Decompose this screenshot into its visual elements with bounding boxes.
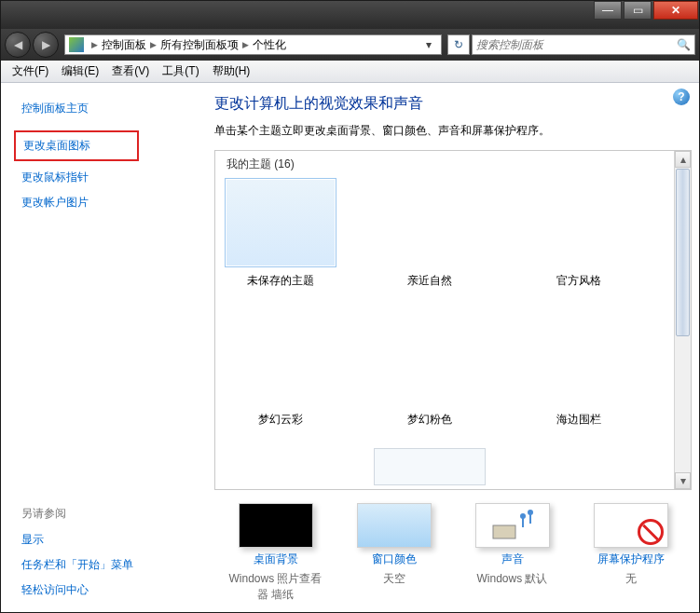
theme-partial-2[interactable] xyxy=(374,448,486,485)
setting-sound[interactable]: 声音 Windows 默认 xyxy=(461,503,564,603)
page-title: 更改计算机上的视觉效果和声音 xyxy=(214,94,692,114)
help-icon[interactable]: ? xyxy=(673,89,690,105)
link-display[interactable]: 显示 xyxy=(21,527,192,552)
my-themes-label: 我的主题 (16) xyxy=(225,155,665,178)
setting-value: 无 xyxy=(625,571,637,587)
chevron-right-icon: ▶ xyxy=(91,40,98,49)
theme-name: 未保存的主题 xyxy=(247,273,314,289)
sound-icon xyxy=(489,509,536,542)
theme-partial-3[interactable] xyxy=(523,448,635,485)
setting-value: Windows 照片查看器 墙纸 xyxy=(225,571,327,603)
menu-file[interactable]: 文件(F) xyxy=(7,61,54,81)
bg-thumb xyxy=(239,503,313,548)
setting-title: 窗口颜色 xyxy=(372,552,417,567)
breadcrumb-all-items[interactable]: 所有控制面板项 xyxy=(160,37,239,53)
setting-title: 屏幕保护程序 xyxy=(597,552,665,567)
theme-name: 海边围栏 xyxy=(556,412,601,428)
scroll-track[interactable] xyxy=(675,337,691,472)
body: 控制面板主页 更改桌面图标 更改鼠标指针 更改帐户图片 另请参阅 显示 任务栏和… xyxy=(1,83,699,612)
theme-pink[interactable]: 梦幻粉色 xyxy=(374,317,486,428)
breadcrumb-control-panel[interactable]: 控制面板 xyxy=(102,37,146,53)
refresh-button[interactable]: ↻ xyxy=(447,34,470,55)
chevron-right-icon: ▶ xyxy=(150,40,157,49)
search-box[interactable]: 🔍 xyxy=(472,34,695,55)
setting-screen-saver[interactable]: 屏幕保护程序 无 xyxy=(580,503,682,603)
chevron-right-icon: ▶ xyxy=(242,40,249,49)
setting-title: 桌面背景 xyxy=(254,552,298,567)
navbar: ◀ ▶ ▶ 控制面板 ▶ 所有控制面板项 ▶ 个性化 ▾ ↻ 🔍 xyxy=(1,29,699,61)
setting-value: Windows 默认 xyxy=(476,571,547,587)
close-button[interactable]: ✕ xyxy=(653,1,698,20)
menu-tools[interactable]: 工具(T) xyxy=(157,61,204,81)
page-subtitle: 单击某个主题立即更改桌面背景、窗口颜色、声音和屏幕保护程序。 xyxy=(214,123,692,139)
theme-partial-1[interactable] xyxy=(225,448,336,485)
setting-title: 声音 xyxy=(501,552,524,567)
maximize-button[interactable]: ▭ xyxy=(624,1,652,20)
theme-name: 梦幻云彩 xyxy=(258,412,303,428)
menu-view[interactable]: 查看(V) xyxy=(106,61,155,81)
setting-value: 天空 xyxy=(383,571,405,587)
theme-nature[interactable]: 亲近自然 xyxy=(374,178,486,289)
setting-desktop-background[interactable]: 桌面背景 Windows 照片查看器 墙纸 xyxy=(225,503,327,603)
link-ease-of-access[interactable]: 轻松访问中心 xyxy=(21,578,192,603)
no-icon xyxy=(638,519,664,545)
theme-name: 亲近自然 xyxy=(407,273,452,289)
menubar: 文件(F) 编辑(E) 查看(V) 工具(T) 帮助(H) xyxy=(1,61,699,83)
scroll-up-button[interactable]: ▴ xyxy=(675,151,691,168)
themes-panel: 我的主题 (16) 未保存的主题 亲近自然 官方风格 xyxy=(214,150,692,490)
theme-fence[interactable]: 海边围栏 xyxy=(523,317,635,428)
theme-clouds[interactable]: 梦幻云彩 xyxy=(225,317,336,428)
color-thumb xyxy=(357,503,432,548)
scroll-thumb[interactable] xyxy=(676,169,690,336)
themes-list: 我的主题 (16) 未保存的主题 亲近自然 官方风格 xyxy=(215,151,674,489)
main: ? 更改计算机上的视觉效果和声音 单击某个主题立即更改桌面背景、窗口颜色、声音和… xyxy=(201,83,699,612)
theme-name: 官方风格 xyxy=(556,273,601,289)
sidebar: 控制面板主页 更改桌面图标 更改鼠标指针 更改帐户图片 另请参阅 显示 任务栏和… xyxy=(1,83,201,612)
search-input[interactable] xyxy=(476,38,677,51)
link-change-account-picture[interactable]: 更改帐户图片 xyxy=(21,190,192,215)
back-button[interactable]: ◀ xyxy=(5,32,31,58)
menu-edit[interactable]: 编辑(E) xyxy=(56,61,104,81)
forward-button[interactable]: ▶ xyxy=(33,32,59,58)
theme-thumb xyxy=(374,448,486,485)
window: — ▭ ✕ ◀ ▶ ▶ 控制面板 ▶ 所有控制面板项 ▶ 个性化 ▾ ↻ 🔍 文… xyxy=(0,0,700,613)
theme-unsaved[interactable]: 未保存的主题 xyxy=(225,178,336,289)
scrollbar[interactable]: ▴ ▾ xyxy=(674,151,691,489)
link-control-panel-home[interactable]: 控制面板主页 xyxy=(21,96,192,121)
minimize-button[interactable]: — xyxy=(594,1,622,20)
sound-thumb xyxy=(475,503,550,548)
titlebar: — ▭ ✕ xyxy=(1,1,699,29)
address-dropdown-icon[interactable]: ▾ xyxy=(420,38,437,51)
setting-window-color[interactable]: 窗口颜色 天空 xyxy=(343,503,446,603)
address-bar[interactable]: ▶ 控制面板 ▶ 所有控制面板项 ▶ 个性化 ▾ xyxy=(64,34,442,55)
theme-name: 梦幻粉色 xyxy=(407,412,452,428)
control-panel-icon xyxy=(69,37,84,52)
link-taskbar-start[interactable]: 任务栏和「开始」菜单 xyxy=(21,552,192,578)
see-also-heading: 另请参阅 xyxy=(21,500,192,527)
link-change-mouse-pointers[interactable]: 更改鼠标指针 xyxy=(21,165,192,190)
theme-official[interactable]: 官方风格 xyxy=(523,178,635,289)
link-change-desktop-icons[interactable]: 更改桌面图标 xyxy=(16,132,137,159)
scroll-down-button[interactable]: ▾ xyxy=(675,472,691,489)
svg-rect-0 xyxy=(493,525,515,538)
search-icon[interactable]: 🔍 xyxy=(677,38,691,51)
ssr-thumb xyxy=(594,503,668,548)
menu-help[interactable]: 帮助(H) xyxy=(207,61,256,81)
breadcrumb-personalization[interactable]: 个性化 xyxy=(253,37,286,53)
theme-thumb xyxy=(225,178,336,267)
settings-row: 桌面背景 Windows 照片查看器 墙纸 窗口颜色 天空 xyxy=(214,490,692,608)
